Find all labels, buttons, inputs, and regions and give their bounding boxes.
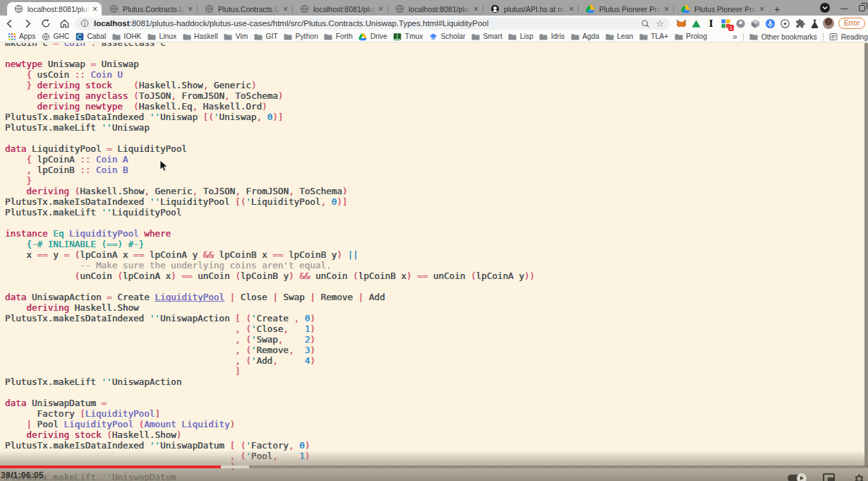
tab-7[interactable]: Plutus Pioneer Progr× [579,2,673,16]
bookmark-linux[interactable]: Linux [147,32,176,41]
tab-close-icon[interactable]: × [664,5,669,13]
bookmark-label: Linux [159,32,176,40]
letter-i-icon[interactable]: I [705,18,716,29]
gray-circle-icon[interactable] [735,18,746,29]
tab-title: localhost:8081/plutu [313,5,375,13]
code-line: PlutusTx.makeIsDataIndexed ''Uniswap [('… [5,112,868,122]
bookmark-star-icon[interactable]: ☆ [656,19,664,28]
tab-1[interactable]: localhost:8081/plutu× [7,2,102,16]
bookmark-agda[interactable]: Agda [570,32,599,41]
extensions-row: I1 [675,18,820,29]
tab-close-icon[interactable]: × [569,5,574,13]
page-info-icon[interactable] [80,19,89,28]
reload-button[interactable] [37,16,55,31]
bookmark-git[interactable]: GIT [253,32,277,41]
code-line: , ('Remove, 3) [5,345,868,355]
miniplayer-icon[interactable] [823,473,835,481]
settings-gear-icon[interactable] [852,472,864,481]
bookmark-label: Haskell [194,32,218,40]
bookmark-ghc[interactable]: GHC [41,32,69,41]
tab-close-icon[interactable]: × [378,5,383,13]
code-line: , ('Pool, 1) [5,451,868,461]
code-line: , ('Add, 4) [5,355,868,366]
bookmark-smart[interactable]: Smart [471,32,502,41]
scrollbar[interactable] [864,43,868,467]
bookmark-apps[interactable]: Apps [7,32,35,41]
globe-icon [204,4,214,14]
restore-button[interactable] [859,5,865,11]
zoom-icon[interactable] [641,19,650,28]
tmux-icon [393,32,402,41]
code-line: deriving stock (Haskell.Show) [5,429,868,440]
bookmark-tmux[interactable]: Tmux [393,32,423,41]
avatar[interactable] [823,18,834,29]
bookmark-vim[interactable]: Vim [224,32,248,41]
bookmark-iohk[interactable]: IOHK [111,32,141,41]
code-line: , lpCoinB :: Coin B [5,165,868,175]
bookmark-label: Agda [582,32,599,40]
code-line [5,48,868,59]
code-line: PlutusTx.makeIsDataIndexed ''UniswapActi… [5,313,868,323]
cube-icon[interactable] [749,18,761,29]
forward-button[interactable] [18,16,37,31]
metamask-icon[interactable] [675,18,687,29]
tab-search-button[interactable] [820,3,830,13]
video-controls [788,472,864,481]
tab-5[interactable]: localhost:8081/plutu× [388,2,483,16]
bookmark-drive[interactable]: Drive [358,32,387,41]
code-line: deriving newtype (Haskell.Eq, Haskell.Or… [5,101,868,112]
bookmark-cabal[interactable]: Cabal [75,32,106,41]
tab-6[interactable]: plutus/API.hs at mas× [483,2,578,16]
tab-8[interactable]: Plutus Pioneer Progr× [674,2,768,16]
home-button[interactable] [55,16,73,31]
target-icon[interactable] [779,18,790,29]
folder-icon [605,32,614,41]
drive-icon [680,4,690,14]
tab-2[interactable]: Plutus.Contracts.Uni× [102,2,197,16]
video-timestamp: 39/1:06:05 [1,470,44,480]
mic-icon[interactable] [764,18,776,29]
code-line: (unCoin (lpCoinA x) == unCoin (lpCoinB y… [5,271,868,281]
bookmark-idris[interactable]: Idris [539,32,565,41]
back-button[interactable] [0,16,18,31]
green-triangle-icon[interactable] [690,18,701,29]
bookmark-prolog[interactable]: Prolog [674,32,707,41]
tab-3[interactable]: Plutus.Contracts.Uni× [198,2,292,16]
bookmark-scholar[interactable]: Scholar [428,32,465,41]
address-bar[interactable]: localhost:8081/plutus-haddock/plutus-use… [75,18,670,30]
bookmarks-overflow-chevron[interactable]: » [733,32,737,42]
folder-icon [324,32,333,41]
bookmark-lisp[interactable]: Lisp [508,32,534,41]
tab-close-icon[interactable]: × [188,5,193,13]
reading-list-icon [829,32,838,42]
autoplay-toggle[interactable] [788,475,806,481]
tab-4[interactable]: localhost:8081/plutu× [293,2,387,16]
flask-icon[interactable] [809,18,820,29]
github-icon [490,4,500,14]
reading-list[interactable]: Reading list [829,32,868,42]
bookmark-python[interactable]: Python [284,32,318,41]
bookmark-tla+[interactable]: TLA+ [639,32,668,41]
folder-icon [471,32,480,41]
error-badge[interactable]: Error [838,18,865,29]
tab-close-icon[interactable]: × [92,5,97,13]
folder-icon [284,32,293,41]
puzzle-icon[interactable] [794,18,805,29]
code-line: } deriving stock (Haskell.Show, Generic) [5,80,868,90]
source-code: mkCoin c = Coin . assetClass c newtype U… [0,43,868,481]
bookmark-lean[interactable]: Lean [605,32,633,41]
new-tab-button[interactable]: + [768,2,785,16]
code-line: deriving anyclass (ToJSON, FromJSON, ToS… [5,90,868,101]
video-buffered-bar [221,465,249,468]
other-bookmarks[interactable]: Other bookmarks [749,32,817,42]
minimize-button[interactable]: — [840,4,848,12]
bookmark-forth[interactable]: Forth [324,32,353,41]
code-line: -- Make sure the underlying coins aren't… [5,260,868,271]
bookmark-haskell[interactable]: Haskell [182,32,218,41]
tab-close-icon[interactable]: × [474,5,478,13]
blocks-icon[interactable]: 1 [720,18,731,29]
folder-icon [570,32,579,41]
folder-icon [508,32,517,41]
tab-close-icon[interactable]: × [283,5,288,13]
tab-close-icon[interactable]: × [759,5,764,13]
